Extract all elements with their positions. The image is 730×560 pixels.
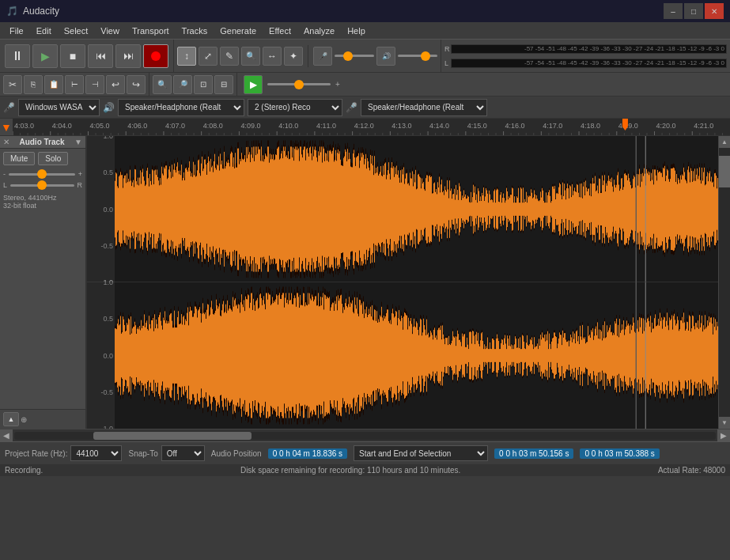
playback-meter-row: R -57 -54 -51 -48 -45 -42 -39 -36 -33 -3… — [444, 42, 727, 55]
recording-msg: Recording. — [5, 466, 43, 475]
waveform-display[interactable] — [87, 136, 718, 429]
snap-to-select[interactable]: Off Nearest — [161, 445, 205, 461]
zoom-tool[interactable]: 🔍 — [241, 47, 260, 66]
scroll-right-button[interactable]: ▶ — [717, 429, 730, 442]
menu-effect[interactable]: Effect — [263, 25, 297, 37]
track-menu-icon[interactable]: ▼ — [74, 138, 82, 146]
mic-vol-button[interactable]: 🎤 — [313, 47, 332, 66]
zoom-fit-button[interactable]: ⊡ — [194, 75, 213, 94]
scroll-down-button[interactable]: ▼ — [719, 417, 730, 429]
select-tool[interactable]: ↕ — [177, 47, 196, 66]
app-title: Audacity — [23, 6, 59, 17]
track-collapse-button[interactable]: ▲ — [3, 412, 19, 426]
zoom-in-button[interactable]: 🔍 — [153, 75, 172, 94]
multi-tool[interactable]: ✦ — [284, 47, 303, 66]
speaker-vol-button[interactable]: 🔊 — [376, 47, 395, 66]
silence-button[interactable]: ⊣ — [85, 75, 104, 94]
menu-help[interactable]: Help — [341, 25, 372, 37]
input-volume-slider[interactable] — [335, 55, 374, 57]
waveform-canvas — [87, 136, 718, 429]
h-scroll-track[interactable] — [14, 432, 716, 440]
speed-label: + — [335, 80, 340, 89]
cut-button[interactable]: ✂ — [3, 75, 22, 94]
menu-generate[interactable]: Generate — [214, 25, 263, 37]
menu-file[interactable]: File — [3, 25, 30, 37]
host-select[interactable]: Windows WASA — [18, 99, 100, 116]
close-track-icon[interactable]: ✕ — [3, 138, 9, 146]
skip-start-button[interactable]: ⏮ — [88, 44, 113, 68]
input-device-select[interactable]: Speaker/Headphone (Realt — [361, 99, 487, 116]
scroll-track[interactable] — [719, 148, 730, 417]
selection-type-select[interactable]: Start and End of Selection Start and Len… — [354, 445, 488, 461]
gain-max-label: + — [78, 170, 82, 178]
undo-button[interactable]: ↩ — [106, 75, 125, 94]
gain-row: - + — [0, 168, 85, 180]
trim-button[interactable]: ⊢ — [65, 75, 84, 94]
sel-end-value[interactable]: 0 0 h 03 m 50.388 s — [580, 448, 659, 459]
horizontal-scrollbar: ◀ ▶ — [0, 429, 730, 441]
menu-transport[interactable]: Transport — [126, 25, 176, 37]
menu-select[interactable]: Select — [58, 25, 95, 37]
toolbar-edit: ✂ ⎘ 📋 ⊢ ⊣ ↩ ↪ — [0, 73, 149, 96]
pan-slider[interactable] — [10, 184, 74, 187]
menu-tracks[interactable]: Tracks — [176, 25, 214, 37]
timeline-ruler: ▼ — [0, 119, 730, 136]
gain-min-label: - — [3, 170, 6, 178]
playback-speed-slider[interactable] — [267, 83, 331, 85]
loop-play-button[interactable]: ▶ — [244, 75, 263, 94]
play-button[interactable]: ▶ — [32, 44, 58, 68]
channel-select[interactable]: 2 (Stereo) Reco — [248, 99, 342, 116]
scroll-thumb[interactable] — [719, 156, 730, 187]
status-top: Project Rate (Hz): 44100 48000 96000 Sna… — [0, 442, 730, 464]
sel-start-value[interactable]: 0 0 h 03 m 50.156 s — [494, 448, 573, 459]
solo-button[interactable]: Solo — [38, 152, 68, 165]
h-scroll-thumb[interactable] — [93, 432, 252, 440]
output-device-select[interactable]: Speaker/Headphone (Realt — [118, 99, 244, 116]
maximize-button[interactable]: □ — [684, 3, 703, 19]
gain-slider[interactable] — [9, 173, 75, 176]
zoom-out-button[interactable]: 🔎 — [173, 75, 192, 94]
paste-button[interactable]: 📋 — [44, 75, 63, 94]
project-rate-group: Project Rate (Hz): 44100 48000 96000 — [5, 445, 122, 461]
pause-button[interactable]: ⏸ — [5, 44, 30, 68]
minimize-button[interactable]: – — [664, 3, 683, 19]
pan-row: L R — [0, 180, 85, 191]
track-mute-solo: Mute Solo — [0, 149, 85, 168]
record-meter-bar: -57 -54 -51 -48 -45 -42 -39 -36 -33 -30 … — [451, 59, 727, 68]
actual-rate-label: Actual Rate: 48000 — [658, 466, 725, 475]
stop-button[interactable]: ■ — [60, 44, 85, 68]
record-label: L — [444, 59, 449, 67]
title-bar: 🎵 Audacity – □ ✕ — [0, 0, 730, 22]
project-rate-select[interactable]: 44100 48000 96000 — [70, 445, 122, 461]
track-channel-icon: ⊕ — [21, 415, 27, 424]
menu-bar: File Edit Select View Transport Tracks G… — [0, 22, 730, 40]
ruler-ticks[interactable] — [13, 119, 730, 136]
scroll-left-button[interactable]: ◀ — [0, 429, 13, 442]
record-button[interactable] — [143, 44, 168, 68]
audio-position-value[interactable]: 0 0 h 04 m 18.836 s — [268, 448, 347, 459]
device-toolbar: 🎤 Windows WASA 🔊 Speaker/Headphone (Real… — [0, 96, 730, 119]
redo-button[interactable]: ↪ — [127, 75, 146, 94]
envelope-tool[interactable]: ⤢ — [199, 47, 217, 66]
output-volume-slider[interactable] — [398, 55, 437, 57]
toolbar-mid: ✂ ⎘ 📋 ⊢ ⊣ ↩ ↪ 🔍 🔎 ⊡ ⊟ ▶ + — [0, 73, 730, 96]
pencil-tool[interactable]: ✎ — [220, 47, 239, 66]
mute-button[interactable]: Mute — [3, 152, 35, 165]
copy-button[interactable]: ⎘ — [24, 75, 43, 94]
separator — [308, 45, 308, 67]
menu-edit[interactable]: Edit — [30, 25, 58, 37]
sel-start-group: 0 0 h 03 m 50.156 s — [494, 448, 573, 459]
selection-type-group: Start and End of Selection Start and Len… — [354, 445, 488, 461]
ruler-canvas — [13, 119, 730, 136]
menu-view[interactable]: View — [94, 25, 126, 37]
snap-to-group: Snap-To Off Nearest — [128, 445, 204, 461]
zoom-sel-button[interactable]: ⊟ — [214, 75, 233, 94]
audio-position-group: Audio Position 0 0 h 04 m 18.836 s — [211, 448, 347, 459]
scroll-up-button[interactable]: ▲ — [719, 136, 730, 148]
skip-end-button[interactable]: ⏭ — [115, 44, 141, 68]
level-meters: R -57 -54 -51 -48 -45 -42 -39 -36 -33 -3… — [441, 40, 730, 72]
close-button[interactable]: ✕ — [705, 3, 724, 19]
ruler-scroll-left[interactable]: ▼ — [0, 119, 13, 136]
menu-analyze[interactable]: Analyze — [297, 25, 341, 37]
timeshift-tool[interactable]: ↔ — [263, 47, 282, 66]
